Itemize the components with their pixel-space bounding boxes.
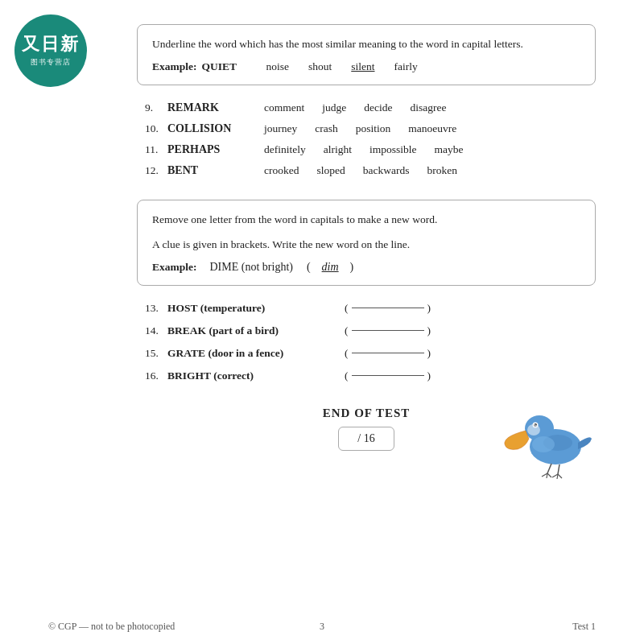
logo-badge: 又日新 图书专营店 — [14, 14, 87, 87]
bird-illustration — [495, 394, 600, 483]
question-row-15: 15. GRATE (door in a fence) ( ) — [137, 347, 596, 360]
q11-opt4: maybe — [435, 143, 464, 156]
q12-num: 12. — [145, 164, 167, 177]
q16-num: 16. — [145, 369, 167, 382]
svg-point-15 — [527, 424, 540, 436]
section1-example-word: QUIET — [202, 60, 266, 73]
svg-line-6 — [547, 464, 551, 473]
question-row-9: 9. REMARK comment judge decide disagree — [137, 101, 596, 114]
score-box: / 16 — [338, 427, 394, 451]
q11-word: PERHAPS — [167, 143, 264, 156]
end-of-test-label: END OF TEST — [323, 407, 411, 420]
paren-open-13: ( — [345, 302, 349, 315]
q15-blank-line — [352, 353, 424, 353]
footer-right: Test 1 — [572, 621, 596, 633]
paren-open-16: ( — [345, 369, 349, 382]
q14-answer-blank[interactable]: ( ) — [345, 324, 431, 337]
paren-open-15: ( — [345, 347, 349, 360]
q13-blank-line — [352, 308, 424, 308]
example-opt-shout: shout — [308, 60, 332, 73]
section1-example-row: Example: QUIET noise shout silent fairly — [152, 60, 580, 73]
question-row-11: 11. PERHAPS definitely alright impossibl… — [137, 143, 596, 156]
section2-example-label: Example: — [152, 261, 197, 274]
section2-example-row: Example: DIME (not bright) ( dim ) — [152, 261, 580, 274]
q14-word: BREAK (part of a bird) — [167, 324, 345, 337]
question-row-16: 16. BRIGHT (correct) ( ) — [137, 369, 596, 382]
example-opt-silent: silent — [351, 60, 374, 73]
q10-opt1: journey — [264, 122, 297, 135]
example-opt-fairly: fairly — [394, 60, 418, 73]
section2-instruction-line1: Remove one letter from the word in capit… — [152, 212, 580, 228]
q10-opt3: position — [356, 122, 391, 135]
paren-close-13: ) — [427, 302, 431, 315]
section1-instruction-text: Underline the word which has the most si… — [152, 36, 580, 52]
q12-word: BENT — [167, 164, 264, 177]
example-opt-noise: noise — [266, 60, 290, 73]
section1-example-label: Example: — [152, 60, 197, 73]
q9-opt2: judge — [322, 101, 346, 114]
question-row-13: 13. HOST (temperature) ( ) — [137, 302, 596, 315]
q16-answer-blank[interactable]: ( ) — [345, 369, 431, 382]
q15-answer-blank[interactable]: ( ) — [345, 347, 431, 360]
footer-center: 3 — [320, 621, 324, 633]
section1-example-options: noise shout silent fairly — [266, 60, 418, 73]
question-row-10: 10. COLLISION journey crash position man… — [137, 122, 596, 135]
q9-options: comment judge decide disagree — [264, 101, 446, 114]
q12-opt3: backwards — [363, 164, 410, 177]
section2-questions: 13. HOST (temperature) ( ) 14. BREAK (pa… — [137, 302, 596, 382]
section2-instruction-line2: A clue is given in brackets. Write the n… — [152, 237, 580, 253]
question-row-12: 12. BENT crooked sloped backwards broken — [137, 164, 596, 177]
q12-opt4: broken — [427, 164, 457, 177]
q12-opt1: crooked — [264, 164, 299, 177]
q12-opt2: sloped — [316, 164, 345, 177]
q10-num: 10. — [145, 122, 167, 135]
question-row-14: 14. BREAK (part of a bird) ( ) — [137, 324, 596, 337]
q11-opt2: alright — [324, 143, 352, 156]
q13-num: 13. — [145, 302, 167, 315]
q14-num: 14. — [145, 324, 167, 337]
q9-num: 9. — [145, 101, 167, 114]
q13-answer-blank[interactable]: ( ) — [345, 302, 431, 315]
q10-word: COLLISION — [167, 122, 264, 135]
svg-line-10 — [547, 473, 551, 477]
q10-opt2: crash — [315, 122, 337, 135]
q10-options: journey crash position manoeuvre — [264, 122, 456, 135]
svg-line-13 — [558, 474, 562, 478]
paren-close-15: ) — [427, 347, 431, 360]
q11-options: definitely alright impossible maybe — [264, 143, 464, 156]
section2-example-paren-close: ) — [350, 261, 354, 274]
section1-instruction-box: Underline the word which has the most si… — [137, 24, 596, 85]
q11-opt1: definitely — [264, 143, 306, 156]
q16-blank-line — [352, 375, 424, 376]
q11-opt3: impossible — [369, 143, 417, 156]
logo-chinese-text: 又日新 — [22, 34, 80, 55]
q14-blank-line — [352, 330, 424, 331]
section2-example-word: DIME (not bright) — [210, 261, 293, 274]
paren-open-14: ( — [345, 324, 349, 337]
section2-instruction-box: Remove one letter from the word in capit… — [137, 200, 596, 286]
section1-questions: 9. REMARK comment judge decide disagree … — [137, 101, 596, 177]
paren-close-14: ) — [427, 324, 431, 337]
q15-word: GRATE (door in a fence) — [167, 347, 345, 360]
q12-options: crooked sloped backwards broken — [264, 164, 457, 177]
section2-example-answer: dim — [322, 261, 339, 274]
q9-opt1: comment — [264, 101, 304, 114]
footer-left: © CGP — not to be photocopied — [48, 621, 175, 633]
q13-word: HOST (temperature) — [167, 302, 345, 315]
q9-word: REMARK — [167, 101, 264, 114]
logo-subtitle: 图书专营店 — [31, 57, 71, 68]
q16-word: BRIGHT (correct) — [167, 369, 345, 382]
svg-point-14 — [532, 436, 555, 452]
q9-opt4: disagree — [410, 101, 446, 114]
svg-line-7 — [558, 464, 559, 474]
paren-close-16: ) — [427, 369, 431, 382]
q9-opt3: decide — [364, 101, 392, 114]
q15-num: 15. — [145, 347, 167, 360]
section2-example-paren-open: ( — [301, 261, 311, 274]
q11-num: 11. — [145, 143, 167, 156]
q10-opt4: manoeuvre — [408, 122, 456, 135]
